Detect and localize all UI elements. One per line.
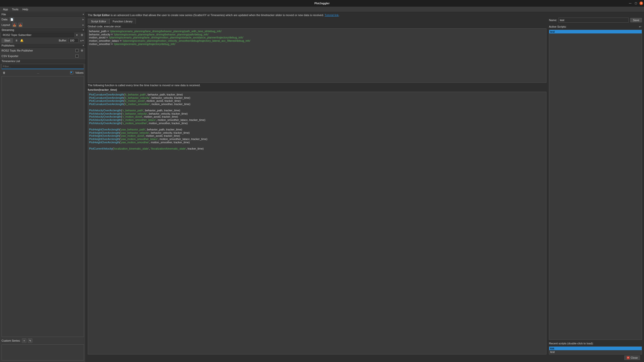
timeseries-header[interactable]: Timeseries List <box>0 59 85 63</box>
start-button[interactable]: Start <box>2 38 13 43</box>
timeseries-header-label: Timeseries List <box>2 60 20 63</box>
close-label: Close <box>631 356 638 359</box>
global-code-label: Global code, execute once: <box>88 25 546 28</box>
filter-input[interactable] <box>2 64 84 69</box>
save-button[interactable]: Save <box>630 18 642 22</box>
file-header-label: File <box>2 13 6 16</box>
editor-description: The Script Editor is an advanced Lua edi… <box>88 14 642 17</box>
dropdown-icon[interactable]: ▾ <box>75 33 79 37</box>
csv-checkbox[interactable] <box>75 55 78 58</box>
menu-tools[interactable]: Tools <box>10 7 21 11</box>
layout-label: Layout: <box>2 23 11 26</box>
recent-script-item[interactable]: kkk <box>549 347 642 350</box>
data-label: Data: <box>2 18 8 21</box>
buffer-input[interactable] <box>68 38 78 43</box>
minimize-icon[interactable]: — <box>628 2 632 5</box>
tutorial-link[interactable]: Tutorial link <box>325 14 339 17</box>
menu-app[interactable]: App <box>1 7 10 11</box>
window-title: PlotJuggler <box>314 2 330 5</box>
custom-series-area[interactable] <box>2 344 84 360</box>
recent-scripts-label: Recent scripts (double-click to load): <box>549 342 642 345</box>
sidebar: File ▾ Data: 📄 ▶ Layout: 📥 📤 ▶ Streaming… <box>0 12 86 362</box>
tab-function-library[interactable]: Function Library <box>109 19 136 24</box>
layout-row: Layout: 📥 📤 ▶ <box>0 22 85 28</box>
custom-series-row: Custom Series: + ✎ <box>0 337 85 344</box>
republisher-row: ROS2 Topic Re-Publisher ⚙ <box>0 48 85 53</box>
recent-scripts-list[interactable]: kkktest <box>549 346 642 354</box>
values-label: Values <box>75 71 83 74</box>
republisher-checkbox[interactable] <box>75 49 78 52</box>
function-code-editor[interactable]: PlotCurvatureOverArclength('k_behavior_p… <box>88 92 546 354</box>
global-code-editor[interactable]: behavior_path = '/planning/scenario_plan… <box>88 28 546 83</box>
close-icon[interactable]: ✕ <box>639 2 643 5</box>
titlebar: PlotJuggler — ▢ ✕ <box>0 0 644 7</box>
recent-script-item[interactable]: test <box>549 350 642 354</box>
custom-series-label: Custom Series: <box>2 339 20 342</box>
dialog-footer: ✕ Close <box>88 354 642 361</box>
csv-exporter-label: CSV Exporter <box>2 55 18 58</box>
menu-help[interactable]: Help <box>20 7 30 11</box>
content-area: The Script Editor is an advanced Lua edi… <box>86 12 644 362</box>
collapse-icon[interactable]: ▾ <box>83 29 84 31</box>
timeseries-toolbar: 🗑 ... Values <box>0 70 85 76</box>
collapse-icon[interactable]: ▾ <box>83 44 84 47</box>
close-button[interactable]: ✕ Close <box>624 355 640 360</box>
notify-icon[interactable]: 🔔 <box>20 38 24 42</box>
data-load-icon[interactable]: 📄 <box>10 17 14 22</box>
script-name-row: Name: Save <box>549 18 642 23</box>
publishers-header-label: Publishers <box>2 44 14 47</box>
spinner-icon[interactable]: ▲▼ <box>80 38 84 42</box>
gear-icon[interactable]: ⚙ <box>80 33 84 37</box>
edit-series-button[interactable]: ✎ <box>28 338 32 343</box>
active-scripts-label: Active Scripts: <box>549 25 567 28</box>
func-code-label: The following function is called every t… <box>88 84 546 87</box>
streaming-header-label: Streaming <box>2 28 14 31</box>
publishers-header[interactable]: Publishers ▾ <box>0 43 85 48</box>
active-scripts-list[interactable]: test <box>549 30 642 340</box>
timeseries-tree[interactable] <box>2 76 84 337</box>
ellipsis[interactable]: ... <box>8 71 68 74</box>
republisher-label: ROS2 Topic Re-Publisher <box>2 49 33 52</box>
tab-script-editor[interactable]: Script Editor <box>88 19 109 24</box>
csv-exporter-row: CSV Exporter <box>0 53 85 59</box>
name-label: Name: <box>549 19 557 22</box>
script-name-input[interactable] <box>559 18 629 23</box>
func-signature: function(tracker_time) <box>88 88 546 91</box>
run-icon[interactable]: ↩ <box>638 25 642 29</box>
gear-icon[interactable]: ⚙ <box>80 49 84 53</box>
window-controls: — ▢ ✕ <box>628 2 643 5</box>
close-x-icon: ✕ <box>627 356 630 359</box>
streaming-source-select[interactable]: ROS2 Topic Subscriber <box>2 33 74 37</box>
add-series-button[interactable]: + <box>22 338 26 343</box>
active-script-item[interactable]: test <box>549 30 642 33</box>
maximize-icon[interactable]: ▢ <box>634 2 637 5</box>
collapse-icon[interactable]: ▾ <box>83 13 84 16</box>
desc-period: . <box>339 14 339 17</box>
trash-icon[interactable]: 🗑 <box>2 71 6 75</box>
active-scripts-header: Active Scripts: ↩ <box>549 25 642 29</box>
desc-text: is an advanced Lua editor that allows th… <box>110 14 325 17</box>
subscriber-row: ROS2 Topic Subscriber ▾ ⚙ <box>0 32 85 38</box>
expand-icon[interactable]: ▶ <box>82 24 84 26</box>
desc-bold: Script Editor <box>93 14 110 17</box>
expand-icon[interactable]: ▶ <box>82 18 84 21</box>
file-header[interactable]: File ▾ <box>0 12 85 17</box>
editor-tabs: Script Editor Function Library <box>88 19 546 24</box>
desc-text: The <box>88 14 93 17</box>
pause-icon[interactable]: ⏸ <box>14 38 18 42</box>
buffer-label: Buffer: <box>59 39 67 42</box>
menubar: App Tools Help <box>0 7 644 12</box>
layout-save-icon[interactable]: 📤 <box>18 23 23 27</box>
streaming-controls: Start ⏸ 🔔 Buffer: ▲▼ <box>0 38 85 43</box>
layout-load-icon[interactable]: 📥 <box>12 23 17 27</box>
streaming-header[interactable]: Streaming ▾ <box>0 28 85 32</box>
data-row: Data: 📄 ▶ <box>0 17 85 22</box>
values-checkbox[interactable] <box>70 71 73 74</box>
